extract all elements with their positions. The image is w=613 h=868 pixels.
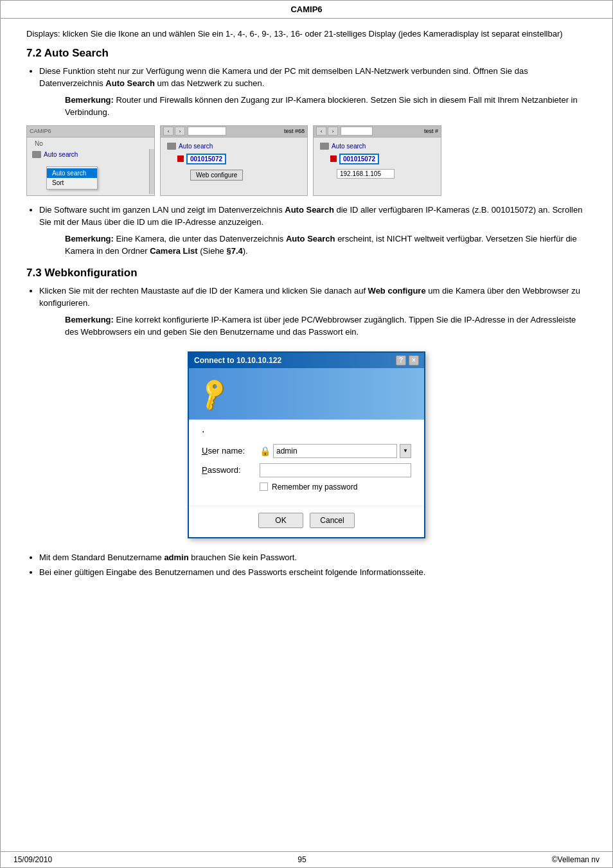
footer-copyright: ©Velleman nv bbox=[552, 855, 600, 864]
ss3-nav-back-btn[interactable]: ‹ bbox=[316, 127, 326, 136]
ip-address-display: 192.168.1.105 bbox=[337, 169, 395, 179]
ss2-test-label: test #68 bbox=[284, 128, 305, 134]
ss1-folder-label: Auto search bbox=[44, 151, 78, 158]
section-72-list2: Die Software sucht im ganzen LAN und zei… bbox=[26, 204, 587, 229]
screenshots-row: CAMIP6 No Auto search bbox=[26, 125, 587, 196]
no-label: No bbox=[35, 140, 43, 147]
remember-row: Remember my password bbox=[260, 483, 411, 492]
ss1-titlebar: CAMIP6 bbox=[27, 126, 154, 137]
ss3-camera-icon bbox=[330, 155, 337, 162]
ok-button[interactable]: OK bbox=[258, 513, 303, 528]
page-content: Displays: klicken Sie die Ikone an und w… bbox=[1, 19, 612, 851]
ss2-monitor-icon bbox=[167, 143, 176, 150]
camera-icon bbox=[177, 155, 184, 162]
section-73-bullet2: Mit dem Standard Benutzername admin brau… bbox=[39, 551, 587, 564]
nav-forward-btn[interactable]: › bbox=[175, 127, 185, 136]
screenshot-3: ‹ › test # Auto search bbox=[313, 125, 441, 196]
cancel-button[interactable]: Cancel bbox=[310, 513, 355, 528]
section-73-list2: Mit dem Standard Benutzername admin brau… bbox=[26, 551, 587, 579]
ss3-camera-id: 001015072 bbox=[339, 154, 379, 164]
username-dropdown-arrow[interactable]: ▼ bbox=[400, 444, 411, 458]
ss3-monitor-icon bbox=[320, 143, 329, 150]
page-header: CAMIP6 bbox=[1, 1, 612, 19]
header-title: CAMIP6 bbox=[290, 4, 322, 14]
ss1-context-menu: Auto search Sort bbox=[46, 166, 98, 190]
ss1-folder-row: Auto search bbox=[30, 150, 152, 159]
username-input[interactable] bbox=[273, 444, 397, 458]
footer-date: 15/09/2010 bbox=[13, 855, 52, 864]
context-menu-item-2[interactable]: Sort bbox=[47, 178, 97, 188]
screenshot-2: ‹ › test #68 Auto search bbox=[160, 125, 308, 196]
footer-page: 95 bbox=[298, 855, 306, 864]
ss3-folder-label: Auto search bbox=[332, 143, 366, 150]
section-72-note1: Bemerkung: Router und Firewalls können d… bbox=[65, 94, 587, 119]
ss3-folder-row: Auto search bbox=[317, 141, 437, 151]
nav-back-btn[interactable]: ‹ bbox=[163, 127, 173, 136]
password-label: Password: bbox=[202, 465, 260, 475]
page-footer: 15/09/2010 95 ©Velleman nv bbox=[1, 851, 612, 867]
dialog-title: Connect to 10.10.10.122 bbox=[194, 356, 281, 365]
username-label: UUser name:ser name: bbox=[202, 446, 260, 456]
section-73-title: 7.3 Webkonfiguration bbox=[26, 267, 587, 279]
ss2-folder-label: Auto search bbox=[179, 143, 213, 150]
dialog-titlebar: Connect to 10.10.10.122 ? × bbox=[189, 353, 424, 368]
monitor-icon bbox=[32, 151, 41, 158]
dialog-help-btn[interactable]: ? bbox=[396, 355, 406, 366]
key-icon: 🔑 bbox=[195, 375, 233, 412]
web-configure-btn[interactable]: Web configure bbox=[190, 170, 243, 181]
dialog-close-btn[interactable]: × bbox=[409, 355, 419, 366]
ss3-titlebar: ‹ › test # bbox=[314, 126, 441, 137]
ss3-nav-forward-btn[interactable]: › bbox=[328, 127, 338, 136]
screenshot-1: CAMIP6 No Auto search bbox=[26, 125, 155, 196]
connect-dialog: Connect to 10.10.10.122 ? × 🔑 · UUser na… bbox=[188, 351, 425, 538]
user-icon: 🔒 bbox=[260, 446, 271, 456]
password-row: Password: bbox=[202, 463, 411, 477]
section-72-title: 7.2 Auto Search bbox=[26, 47, 587, 60]
section-73-bullet1: Klicken Sie mit der rechten Maustaste au… bbox=[39, 285, 587, 310]
dialog-dot: · bbox=[202, 426, 411, 438]
dialog-banner: 🔑 bbox=[189, 368, 424, 420]
dialog-body: · UUser name:ser name: 🔒 ▼ Password: bbox=[189, 420, 424, 502]
section-72-note2: Bemerkung: Eine Kamera, die unter das Da… bbox=[65, 233, 587, 258]
section-72-list: Diese Funktion steht nur zur Verfügung w… bbox=[26, 65, 587, 90]
context-menu-item-1[interactable]: Auto search bbox=[47, 168, 97, 178]
remember-checkbox[interactable] bbox=[260, 483, 268, 491]
remember-label: Remember my password bbox=[272, 483, 357, 492]
intro-text: Displays: klicken Sie die Ikone an und w… bbox=[26, 28, 587, 40]
section-73-bullet3: Bei einer gültigen Eingabe des Benutzern… bbox=[39, 566, 587, 579]
section-72-bullet2: Die Software sucht im ganzen LAN und zei… bbox=[39, 204, 587, 229]
page: CAMIP6 Displays: klicken Sie die Ikone a… bbox=[0, 0, 613, 868]
dialog-footer: OK Cancel bbox=[189, 506, 424, 537]
ss2-titlebar: ‹ › test #68 bbox=[161, 126, 307, 137]
section-73-note1: Bemerkung: Eine korrekt konfigurierte IP… bbox=[65, 314, 587, 339]
ss2-camera-id: 001015072 bbox=[186, 154, 226, 164]
ss3-test-label: test # bbox=[424, 128, 438, 134]
username-row: UUser name:ser name: 🔒 ▼ bbox=[202, 444, 411, 458]
section-73-list: Klicken Sie mit der rechten Maustaste au… bbox=[26, 285, 587, 310]
password-input[interactable] bbox=[260, 463, 411, 477]
section-72-bullet1: Diese Funktion steht nur zur Verfügung w… bbox=[39, 65, 587, 90]
ss2-folder-row: Auto search bbox=[164, 141, 303, 151]
